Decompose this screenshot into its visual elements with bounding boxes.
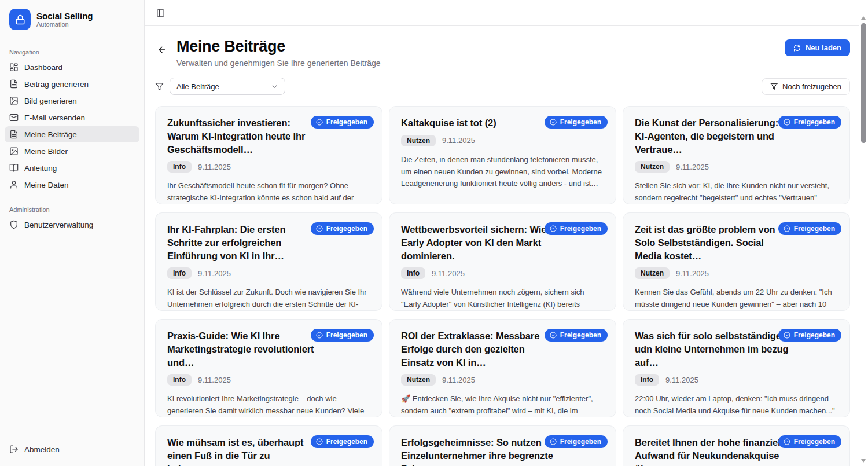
post-excerpt: KI ist der Schlüssel zur Zukunft. Doch w… — [167, 287, 370, 311]
status-badge: Freigegeben — [778, 329, 841, 342]
post-card[interactable]: Erfolgsgeheimnisse: So nutzen Einzelunte… — [389, 425, 616, 466]
post-title: Wie mühsam ist es, überhaupt einen Fuß i… — [167, 436, 322, 466]
category-tag: Nutzen — [401, 135, 436, 146]
app-logo: Social Selling Automation — [0, 0, 144, 36]
panel-left-icon — [156, 9, 165, 17]
sidebar-item-bild-generieren[interactable]: Bild generieren — [5, 93, 139, 109]
post-date: 9.11.2025 — [442, 136, 475, 145]
check-circle-icon — [784, 438, 790, 445]
scroll-down-arrow[interactable] — [861, 459, 866, 463]
status-badge: Freigegeben — [545, 116, 608, 129]
check-circle-icon — [316, 438, 323, 445]
post-card[interactable]: Praxis-Guide: Wie KI Ihre Marketingstrat… — [155, 319, 382, 417]
sidebar-item-anleitung[interactable]: Anleitung — [5, 160, 139, 176]
scrollbar-thumb[interactable] — [861, 23, 866, 143]
post-excerpt: Während viele Unternehmen noch zögern, s… — [401, 287, 604, 311]
status-badge: Freigegeben — [545, 222, 608, 235]
check-circle-icon — [550, 438, 557, 445]
status-badge: Freigegeben — [545, 435, 608, 448]
posts-grid: Zukunftssicher investieren: Warum KI-Int… — [155, 106, 850, 466]
sidebar-item-meine-daten[interactable]: Meine Daten — [5, 177, 139, 193]
sidebar-item-label: Anleitung — [24, 164, 57, 173]
sidebar-nav: Dashboard Beitrag generieren Bild generi… — [0, 59, 144, 193]
status-badge: Freigegeben — [311, 116, 374, 129]
sidebar-item-benutzerverwaltung[interactable]: Benutzerverwaltung — [5, 217, 139, 233]
sidebar-item-label: Dashboard — [24, 63, 62, 72]
sidebar-item-meine-bilder[interactable]: Meine Bilder — [5, 143, 139, 159]
post-excerpt: Ihr Geschäftsmodell heute schon fit für … — [167, 180, 370, 204]
check-circle-icon — [784, 332, 790, 339]
post-card[interactable]: ROI der Extraklasse: Messbare Erfolge du… — [389, 319, 616, 417]
check-circle-icon — [316, 332, 323, 339]
post-card[interactable]: Wettbewerbsvorteil sichern: Wie Early Ad… — [389, 212, 616, 311]
filter-icon — [770, 83, 778, 90]
post-date: 9.11.2025 — [676, 163, 709, 171]
content: Meine Beiträge Verwalten und genehmigen … — [145, 26, 859, 466]
scroll-up-arrow[interactable] — [861, 16, 866, 20]
image-icon — [9, 146, 19, 156]
post-card[interactable]: Bereitet Ihnen der hohe finanzielle Aufw… — [623, 425, 850, 466]
post-card[interactable]: Kaltakquise ist tot (2) Freigegeben Nutz… — [389, 106, 616, 204]
post-card[interactable]: Ihr KI-Fahrplan: Die ersten Schritte zur… — [155, 212, 382, 311]
status-badge: Freigegeben — [778, 435, 841, 448]
check-circle-icon — [316, 225, 323, 232]
sidebar-item-label: E-Mail versenden — [24, 113, 85, 122]
check-circle-icon — [550, 119, 557, 126]
post-excerpt: Stellen Sie sich vor: KI, die Ihre Kunde… — [635, 180, 838, 204]
post-card[interactable]: Zeit ist das größte problem von Solo Sel… — [623, 212, 850, 311]
page-subtitle: Verwalten und genehmigen Sie Ihre generi… — [176, 58, 381, 68]
post-title: Die Kunst der Personalisierung: KI-Agent… — [635, 116, 790, 156]
sidebar-item-label: Meine Bilder — [24, 147, 68, 156]
reload-button[interactable]: Neu laden — [785, 39, 850, 56]
file-text-icon — [9, 79, 19, 89]
dashboard-icon — [9, 63, 19, 72]
category-tag: Info — [167, 267, 192, 279]
post-date: 9.11.2025 — [432, 269, 465, 278]
logout-icon — [9, 445, 19, 454]
sidebar-item-meine-beitraege[interactable]: Meine Beiträge — [5, 126, 139, 142]
pending-approval-label: Noch freizugeben — [782, 82, 841, 91]
back-button[interactable] — [155, 43, 169, 57]
post-title: Kaltakquise ist tot (2) — [401, 116, 556, 130]
logout-button[interactable]: Abmelden — [5, 441, 139, 457]
filter-icon — [155, 82, 164, 91]
posts-filter-select[interactable]: Alle Beiträge — [170, 78, 285, 95]
post-excerpt: 🚀 Entdecken Sie, wie Ihre Akquise nicht … — [401, 393, 604, 417]
pending-approval-button[interactable]: Noch freizugeben — [762, 78, 850, 95]
post-date: 9.11.2025 — [665, 376, 698, 384]
category-tag: Nutzen — [635, 267, 670, 279]
post-date: 9.11.2025 — [676, 269, 709, 278]
post-title: Bereitet Ihnen der hohe finanzielle Aufw… — [635, 436, 790, 466]
sidebar-section-navigation: Navigation — [0, 49, 144, 56]
main-area: Meine Beiträge Verwalten und genehmigen … — [145, 0, 859, 466]
shield-icon — [9, 220, 19, 229]
post-card[interactable]: Wie mühsam ist es, überhaupt einen Fuß i… — [155, 425, 382, 466]
post-title: ROI der Extraklasse: Messbare Erfolge du… — [401, 329, 556, 369]
sidebar-item-label: Meine Beiträge — [24, 130, 77, 139]
category-tag: Info — [167, 374, 192, 386]
post-card[interactable]: Die Kunst der Personalisierung: KI-Agent… — [623, 106, 850, 204]
sidebar-item-label: Beitrag generieren — [24, 80, 89, 89]
sidebar-item-email-versenden[interactable]: E-Mail versenden — [5, 109, 139, 126]
app-name: Social Selling — [36, 11, 93, 21]
topbar — [145, 0, 859, 26]
sidebar-item-beitrag-generieren[interactable]: Beitrag generieren — [5, 76, 139, 92]
category-tag: Nutzen — [635, 161, 670, 173]
check-circle-icon — [784, 119, 790, 126]
sidebar-item-dashboard[interactable]: Dashboard — [5, 59, 139, 75]
sidebar-toggle-button[interactable] — [154, 6, 167, 19]
post-card[interactable]: Zukunftssicher investieren: Warum KI-Int… — [155, 106, 382, 204]
post-excerpt: KI revolutioniert Ihre Marketingstrategi… — [167, 393, 370, 417]
post-title: Zukunftssicher investieren: Warum KI-Int… — [167, 116, 322, 156]
lock-icon — [9, 9, 31, 30]
post-title: Erfolgsgeheimnisse: So nutzen Einzelunte… — [401, 436, 556, 466]
app-tagline: Automation — [36, 21, 93, 28]
category-tag: Info — [167, 161, 192, 173]
post-date: 9.11.2025 — [198, 376, 231, 384]
page-title: Meine Beiträge — [176, 38, 381, 56]
status-badge: Freigegeben — [545, 329, 608, 342]
post-card[interactable]: Was sich für solo selbstständige udn kle… — [623, 319, 850, 417]
book-icon — [9, 163, 19, 173]
scrollbar[interactable] — [859, 0, 868, 466]
post-title: Zeit ist das größte problem von Solo Sel… — [635, 223, 790, 262]
